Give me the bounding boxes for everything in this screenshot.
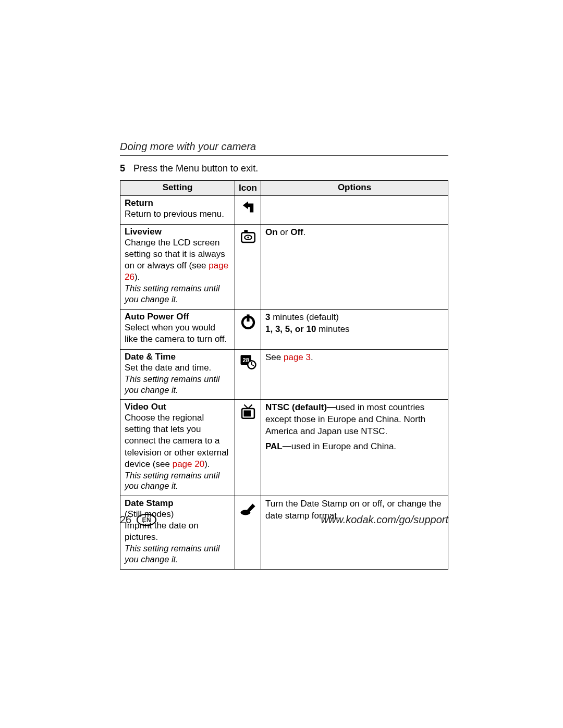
liveview-icon xyxy=(235,225,261,310)
table-row: Date Stamp (Still modes) Imprint the dat… xyxy=(120,496,448,569)
section-heading: Doing more with your camera xyxy=(120,141,448,153)
table-row: Date & Time Set the date and time. This … xyxy=(120,349,448,399)
setting-title: Return xyxy=(125,198,230,208)
setting-desc: Choose the regional setting that lets yo… xyxy=(125,412,230,470)
th-icon: Icon xyxy=(235,181,261,196)
setting-desc: Set the date and time. xyxy=(125,362,230,374)
table-row: Return Return to previous menu. xyxy=(120,196,448,225)
header-rule xyxy=(120,155,448,156)
table-row: Auto Power Off Select when you would lik… xyxy=(120,309,448,349)
th-setting: Setting xyxy=(120,181,235,196)
option-text: 1, 3, 5, or 10 minutes xyxy=(265,324,444,336)
svg-point-3 xyxy=(247,237,249,238)
table-row: Video Out Choose the regional setting th… xyxy=(120,400,448,496)
page-footer: 26 EN www.kodak.com/go/support xyxy=(120,514,448,526)
page-number: 26 xyxy=(120,514,131,526)
page-link[interactable]: page 20 xyxy=(173,459,204,469)
option-text: NTSC (default)—used in most countries ex… xyxy=(265,402,444,438)
option-text: See page 3. xyxy=(265,352,444,364)
setting-title: Liveview xyxy=(125,227,230,237)
step-text: Press the Menu button to exit. xyxy=(133,163,258,174)
power-icon xyxy=(235,309,261,349)
option-text: On or Off. xyxy=(265,227,444,239)
tv-icon xyxy=(235,400,261,496)
page-link[interactable]: page 3 xyxy=(284,352,311,362)
svg-rect-5 xyxy=(247,314,249,322)
persist-note: This setting remains until you change it… xyxy=(125,374,230,395)
step-number: 5 xyxy=(120,163,128,174)
setting-title: Date & Time xyxy=(125,352,230,362)
option-text: 3 minutes (default) xyxy=(265,312,444,324)
step-instruction: 5 Press the Menu button to exit. xyxy=(120,163,448,174)
setting-desc: Return to previous menu. xyxy=(125,208,230,220)
persist-note: This setting remains until you change it… xyxy=(125,470,230,491)
date-time-icon: 28 xyxy=(235,349,261,399)
stamp-icon xyxy=(235,496,261,569)
persist-note: This setting remains until you change it… xyxy=(125,543,230,564)
setting-title: Video Out xyxy=(125,402,230,412)
svg-rect-12 xyxy=(243,411,251,417)
table-row: Liveview Change the LCD screen setting s… xyxy=(120,225,448,310)
setting-title: Auto Power Off xyxy=(125,312,230,322)
support-url: www.kodak.com/go/support xyxy=(321,514,448,526)
option-text: PAL—used in Europe and China. xyxy=(265,441,444,453)
setting-desc: Select when you would like the camera to… xyxy=(125,322,230,345)
settings-table: Setting Icon Options Return Return to pr… xyxy=(120,180,448,570)
persist-note: This setting remains until you change it… xyxy=(125,283,230,304)
return-icon xyxy=(235,196,261,225)
setting-title: Date Stamp xyxy=(125,498,230,509)
language-badge: EN xyxy=(137,514,156,526)
svg-rect-1 xyxy=(244,230,248,232)
th-options: Options xyxy=(261,181,448,196)
setting-desc: Change the LCD screen setting so that it… xyxy=(125,237,230,283)
